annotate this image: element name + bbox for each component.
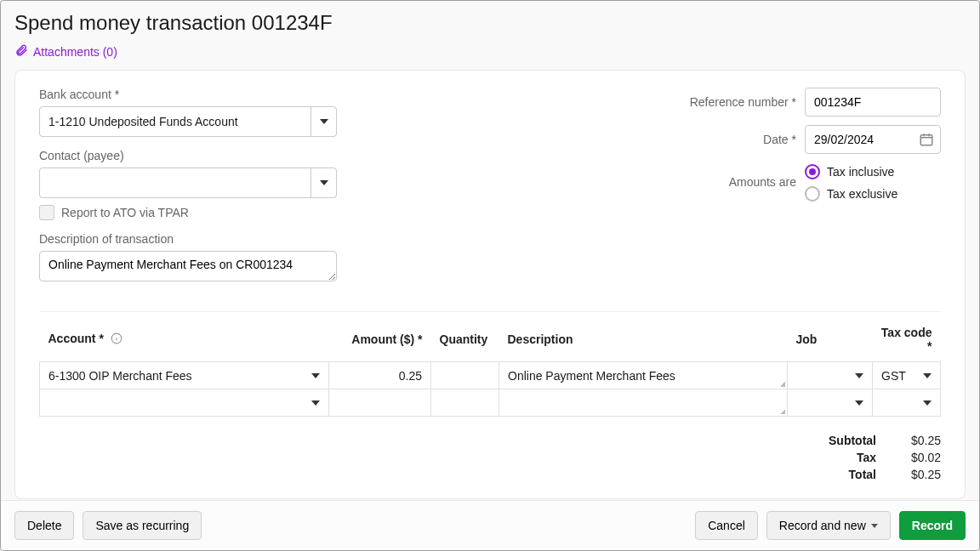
amounts-are-label: Amounts are: [652, 175, 796, 189]
attachments-link[interactable]: Attachments (0): [14, 43, 117, 60]
total-label: Total: [849, 468, 876, 481]
contact-payee-label: Contact (payee): [39, 149, 337, 162]
record-button[interactable]: Record: [899, 511, 966, 540]
tax-exclusive-label: Tax exclusive: [827, 187, 897, 201]
row-tax-select[interactable]: [873, 389, 940, 416]
row-amount-input[interactable]: 0.25: [329, 362, 430, 389]
chevron-down-icon: [320, 180, 328, 185]
tax-exclusive-radio[interactable]: Tax exclusive: [805, 186, 941, 202]
page-title: Spend money transaction 001234F: [14, 11, 966, 35]
contact-payee-select[interactable]: [39, 168, 337, 198]
chevron-down-icon: [871, 524, 878, 528]
th-quantity: Quantity: [431, 321, 499, 362]
subtotal-label: Subtotal: [829, 434, 876, 447]
chevron-down-icon: [923, 400, 932, 406]
attachments-label: Attachments (0): [33, 45, 117, 59]
row-description-input[interactable]: Online Payment Merchant Fees: [499, 362, 787, 389]
bank-account-caret[interactable]: [311, 107, 336, 136]
description-label: Description of transaction: [39, 232, 337, 246]
th-job: Job: [788, 321, 873, 362]
calendar-icon[interactable]: [919, 132, 934, 147]
action-bar: Delete Save as recurring Cancel Record a…: [1, 500, 979, 550]
tax-label: Tax: [857, 451, 876, 464]
totals: Subtotal$0.25 Tax$0.02 Total$0.25: [39, 434, 941, 481]
tpar-label: Report to ATO via TPAR: [61, 206, 189, 219]
total-value: $0.25: [890, 468, 941, 481]
form-card: Bank account 1-1210 Undeposited Funds Ac…: [14, 70, 966, 499]
radio-selected-icon: [805, 164, 820, 179]
row-job-select[interactable]: [788, 362, 872, 389]
reference-label: Reference number: [652, 95, 796, 109]
svg-rect-0: [920, 135, 932, 145]
divider: [39, 311, 941, 312]
cancel-button[interactable]: Cancel: [695, 511, 758, 540]
save-as-recurring-button[interactable]: Save as recurring: [83, 511, 202, 540]
chevron-down-icon: [855, 373, 863, 378]
description-textarea[interactable]: [39, 251, 337, 281]
th-description: Description: [499, 321, 788, 362]
row-account-select[interactable]: 6-1300 OIP Merchant Fees: [40, 362, 328, 389]
row-tax-select[interactable]: GST: [873, 362, 940, 389]
th-account: Account *: [40, 321, 329, 362]
row-quantity-input[interactable]: [431, 362, 499, 389]
tpar-checkbox[interactable]: [39, 205, 54, 220]
line-items-table: Account * Amount ($) * Quantity Descript…: [39, 321, 941, 417]
row-description-input[interactable]: [499, 389, 787, 416]
tax-inclusive-label: Tax inclusive: [827, 165, 894, 179]
row-job-select[interactable]: [788, 389, 872, 416]
info-icon[interactable]: [111, 333, 122, 347]
chevron-down-icon: [855, 400, 863, 406]
table-row: 6-1300 OIP Merchant Fees 0.25 Online Pay…: [40, 362, 941, 389]
contact-payee-caret[interactable]: [311, 168, 336, 197]
record-and-new-button[interactable]: Record and new: [766, 511, 891, 540]
tax-inclusive-radio[interactable]: Tax inclusive: [805, 164, 941, 179]
table-row: [40, 389, 941, 417]
radio-unselected-icon: [805, 186, 820, 202]
reference-input[interactable]: [805, 88, 941, 116]
th-tax-code: Tax code *: [873, 321, 941, 362]
bank-account-label: Bank account: [39, 88, 337, 101]
row-account-select[interactable]: [40, 389, 328, 416]
row-quantity-input[interactable]: [431, 389, 499, 416]
chevron-down-icon: [320, 119, 328, 124]
chevron-down-icon: [311, 400, 320, 406]
bank-account-select[interactable]: 1-1210 Undeposited Funds Account: [39, 106, 337, 137]
chevron-down-icon: [311, 373, 320, 378]
paperclip-icon: [14, 43, 28, 60]
row-amount-input[interactable]: [329, 389, 430, 416]
tax-value: $0.02: [890, 451, 941, 464]
th-amount: Amount ($) *: [329, 321, 431, 362]
date-label: Date: [652, 133, 796, 146]
delete-button[interactable]: Delete: [14, 511, 74, 540]
subtotal-value: $0.25: [890, 434, 941, 447]
bank-account-value: 1-1210 Undeposited Funds Account: [40, 115, 311, 128]
chevron-down-icon: [923, 373, 932, 378]
